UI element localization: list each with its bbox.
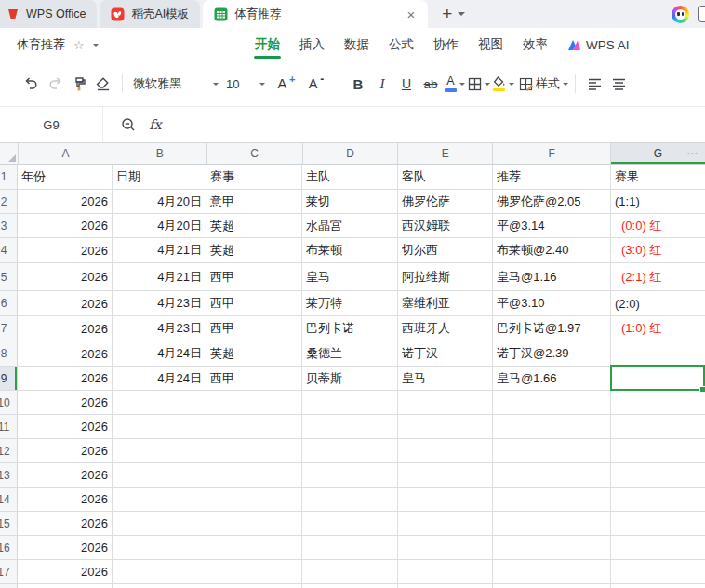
cell[interactable] — [206, 536, 302, 560]
cell[interactable] — [113, 560, 206, 584]
select-all-corner[interactable] — [0, 143, 19, 165]
cell-league[interactable]: 英超 — [206, 341, 302, 367]
ribbon-tab-view[interactable]: 视图 — [476, 28, 505, 61]
align-center-button[interactable] — [606, 70, 631, 98]
cell[interactable] — [611, 584, 705, 588]
cell-away[interactable]: 皇马 — [398, 367, 493, 391]
fill-color-button[interactable] — [491, 70, 515, 98]
cell-year[interactable]: 2026 — [18, 512, 113, 536]
cell[interactable] — [113, 488, 206, 512]
cell[interactable] — [493, 560, 611, 584]
cell[interactable] — [398, 488, 493, 512]
favorite-star-icon[interactable]: ☆ — [73, 38, 85, 52]
cell[interactable] — [611, 488, 705, 512]
cell-date[interactable]: 4月24日 — [113, 341, 206, 367]
cell-year[interactable]: 2026 — [18, 367, 113, 391]
cell-year[interactable]: 2026 — [18, 316, 113, 341]
cell-tip[interactable]: 诺丁汉@2.39 — [493, 341, 611, 367]
row-header[interactable]: 7 — [0, 316, 18, 341]
tab-docer-ai-templates[interactable]: 稻壳AI模板 — [100, 0, 200, 28]
cell-league[interactable]: 英超 — [206, 214, 302, 238]
cell-away[interactable]: 塞维利亚 — [398, 291, 493, 316]
new-tab-button[interactable]: + — [442, 4, 452, 24]
cell-home[interactable]: 莱万特 — [302, 291, 398, 316]
cell-result[interactable]: (3:0) 红 — [611, 238, 705, 263]
cell-home[interactable]: 莱切 — [302, 190, 398, 214]
cell-result-header[interactable]: 赛果 — [611, 165, 705, 190]
cell[interactable] — [398, 391, 493, 415]
cell-tip[interactable]: 佛罗伦萨@2.05 — [493, 190, 611, 214]
cell[interactable] — [18, 584, 113, 588]
cell-date[interactable]: 4月24日 — [113, 367, 206, 391]
cell-year[interactable]: 2026 — [18, 488, 113, 512]
more-columns-icon[interactable]: ⋯ — [686, 147, 698, 160]
cell[interactable] — [302, 488, 398, 512]
chevron-down-icon[interactable] — [509, 83, 514, 86]
cell-tip[interactable]: 皇马@1.16 — [493, 263, 611, 291]
cell-year[interactable]: 2026 — [18, 341, 113, 367]
cell[interactable] — [493, 512, 611, 536]
cell-styles-button[interactable]: 样式 — [519, 70, 568, 98]
undo-button[interactable] — [19, 70, 43, 98]
row-header[interactable]: 2 — [0, 190, 18, 214]
cell-year[interactable]: 2026 — [18, 238, 113, 263]
underline-button[interactable]: U — [394, 70, 419, 98]
cell-league[interactable]: 西甲 — [206, 263, 302, 291]
cell-league[interactable]: 意甲 — [206, 190, 302, 214]
strikethrough-button[interactable]: ab — [419, 70, 443, 98]
cell[interactable] — [113, 415, 206, 439]
row-header[interactable]: 1 — [0, 165, 18, 190]
cell-result[interactable]: (0:0) 红 — [611, 214, 705, 238]
row-header[interactable]: 11 — [0, 415, 18, 439]
cell-away[interactable]: 诺丁汉 — [398, 341, 493, 367]
cell[interactable] — [206, 463, 302, 488]
ribbon-tab-formula[interactable]: 公式 — [387, 28, 416, 61]
cell-home[interactable]: 桑德兰 — [302, 341, 398, 367]
insert-function-icon[interactable]: fx — [149, 117, 162, 132]
cell[interactable] — [113, 391, 206, 415]
ribbon-tab-data[interactable]: 数据 — [342, 28, 371, 61]
cell[interactable] — [302, 415, 398, 439]
cell[interactable] — [611, 415, 705, 439]
cell[interactable] — [206, 391, 302, 415]
title-chevron-icon[interactable] — [93, 44, 99, 47]
font-size-select[interactable]: 10 — [222, 70, 269, 98]
cell[interactable] — [611, 536, 705, 560]
row-header[interactable]: 4 — [0, 238, 18, 263]
cell[interactable] — [113, 463, 206, 488]
cell-home[interactable]: 皇马 — [302, 263, 398, 291]
cell-date[interactable]: 4月20日 — [113, 190, 206, 214]
cell-league-header[interactable]: 赛事 — [206, 165, 302, 190]
row-header[interactable]: 10 — [0, 391, 18, 415]
cell-away[interactable]: 西班牙人 — [398, 316, 493, 341]
ribbon-tab-wps-ai[interactable]: WPS AI — [565, 28, 632, 61]
cell-tip[interactable]: 巴列卡诺@1.97 — [493, 316, 611, 341]
cell-away[interactable]: 切尔西 — [398, 238, 493, 263]
cell-away[interactable]: 西汉姆联 — [398, 214, 493, 238]
cell[interactable] — [302, 560, 398, 584]
cell[interactable] — [611, 439, 705, 463]
cell-result[interactable]: (1:1) — [611, 190, 705, 214]
tab-wps-home[interactable]: WPS Office — [0, 0, 97, 28]
row-header[interactable]: 12 — [0, 439, 18, 463]
cell-result[interactable] — [611, 341, 705, 367]
row-header[interactable]: 3 — [0, 214, 18, 238]
cell-year[interactable]: 2026 — [18, 415, 113, 439]
cell-date[interactable]: 4月23日 — [113, 291, 206, 316]
cell-date[interactable]: 4月23日 — [113, 316, 206, 341]
cell[interactable] — [493, 584, 611, 588]
cell-away[interactable]: 阿拉维斯 — [398, 263, 493, 291]
font-family-select[interactable]: 微软雅黑 — [129, 70, 222, 98]
cell-year[interactable]: 2026 — [18, 439, 113, 463]
row-header[interactable]: 13 — [0, 463, 18, 488]
cell[interactable] — [493, 415, 611, 439]
cell[interactable] — [113, 439, 206, 463]
close-tab-icon[interactable]: × — [405, 7, 417, 21]
increase-font-button[interactable]: A+ — [274, 70, 299, 98]
name-box[interactable]: G9 — [0, 107, 103, 142]
font-color-button[interactable]: A — [443, 70, 467, 98]
cell-tip[interactable]: 平@3.14 — [493, 214, 611, 238]
cell[interactable] — [206, 439, 302, 463]
ribbon-tab-efficiency[interactable]: 效率 — [521, 28, 550, 61]
cell-home[interactable]: 贝蒂斯 — [302, 367, 398, 391]
